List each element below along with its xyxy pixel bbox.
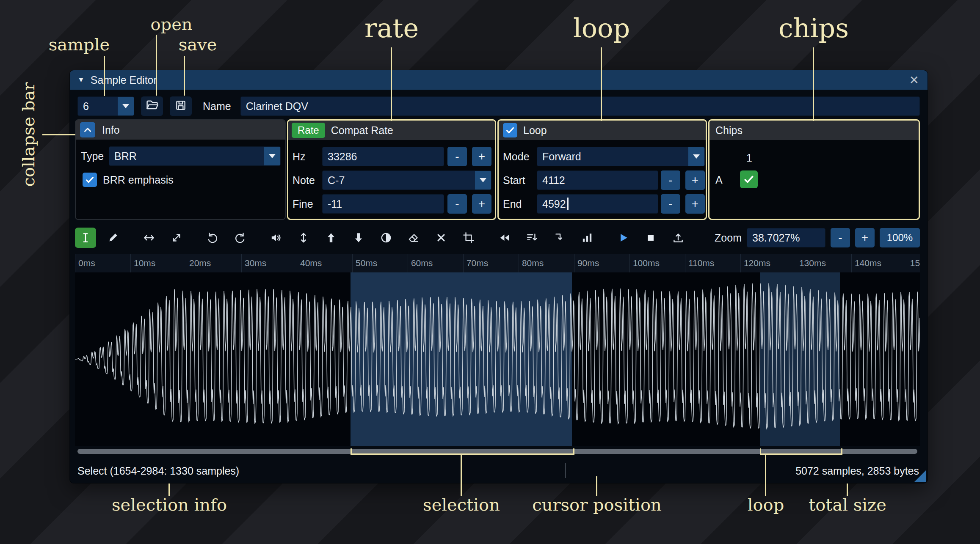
chevron-down-icon[interactable] — [475, 171, 491, 190]
ruler-label: 110ms — [685, 254, 714, 272]
chevron-down-icon[interactable] — [264, 147, 280, 165]
connector-cursor-position — [596, 476, 597, 496]
loop-start-input[interactable]: 4112 — [537, 170, 658, 190]
note-label: Note — [293, 174, 322, 187]
loop-panel-header: Loop — [499, 121, 706, 140]
name-value: Clarinet DQV — [241, 100, 919, 113]
info-panel-title: Info — [102, 124, 120, 136]
ruler-label: 20ms — [186, 254, 211, 272]
play-icon-button[interactable] — [613, 228, 634, 248]
loop-bracket — [760, 448, 842, 455]
ruler-label: 40ms — [297, 254, 322, 272]
chip-enable-checkbox[interactable] — [740, 170, 758, 188]
sample-editor-window: ▼ Sample Editor ✕ 6 Name Clarinet DQV — [70, 70, 928, 483]
loop-end-increment-button[interactable]: + — [685, 194, 705, 214]
name-input[interactable]: Clarinet DQV — [240, 96, 920, 116]
open-button[interactable] — [141, 96, 163, 116]
connector-open — [156, 35, 157, 96]
sort-descending-icon-button[interactable] — [522, 228, 543, 248]
window-collapse-icon[interactable]: ▼ — [77, 76, 85, 84]
note-value: C-7 — [323, 174, 475, 187]
arrow-up-icon-button[interactable] — [320, 228, 342, 248]
status-bar: Select (1654-2984: 1330 samples) 5072 sa… — [70, 459, 928, 483]
total-size-text: 5072 samples, 2853 bytes — [795, 465, 919, 477]
zoom-in-button[interactable]: + — [855, 228, 875, 247]
resize-diagonal-icon-button[interactable] — [166, 228, 187, 248]
hz-increment-button[interactable]: + — [472, 147, 491, 166]
loop-start-decrement-button[interactable]: - — [661, 170, 680, 190]
chart-icon-button[interactable] — [577, 228, 598, 248]
pencil-icon-button[interactable] — [102, 228, 124, 248]
close-icon[interactable]: ✕ — [909, 73, 919, 87]
chevron-down-icon[interactable] — [688, 147, 704, 166]
annotation-selection: selection — [423, 495, 500, 514]
fine-decrement-button[interactable]: - — [447, 194, 467, 214]
type-select[interactable]: BRR — [109, 146, 281, 166]
loop-mode-select[interactable]: Forward — [537, 147, 705, 166]
ruler-label: 10ms — [130, 254, 155, 272]
sample-number-select[interactable]: 6 — [77, 96, 134, 116]
save-button[interactable] — [170, 96, 192, 116]
resize-grip[interactable] — [914, 470, 926, 482]
fine-value: -11 — [323, 198, 444, 210]
amplify-vertical-icon — [297, 231, 310, 244]
fine-input[interactable]: -11 — [322, 194, 444, 214]
loop-start-label: Start — [503, 174, 537, 187]
brr-emphasis-checkbox[interactable] — [83, 173, 97, 187]
zoom-reset-button[interactable]: 100% — [880, 228, 920, 247]
hz-decrement-button[interactable]: - — [447, 147, 467, 166]
loop-end-input[interactable]: 4592 — [537, 194, 658, 214]
fine-increment-button[interactable]: + — [472, 194, 491, 214]
stop-icon-button[interactable] — [640, 228, 661, 248]
delete-x-icon-button[interactable] — [431, 228, 452, 248]
collapse-panel-button[interactable] — [80, 122, 95, 137]
mode-label: Mode — [503, 151, 537, 163]
chart-icon — [581, 231, 594, 244]
crop-icon-button[interactable] — [458, 228, 479, 248]
selection-info-text: Select (1654-2984: 1330 samples) — [77, 465, 239, 477]
upload-icon — [672, 231, 685, 244]
hz-input[interactable]: 33286 — [322, 147, 444, 166]
connector-total-size — [847, 484, 848, 496]
amplify-vertical-icon-button[interactable] — [293, 228, 314, 248]
volume-icon-button[interactable] — [265, 228, 287, 248]
chips-panel: Chips 1 A — [708, 119, 920, 220]
chip-row-label: A — [715, 174, 723, 186]
resize-horizontal-icon-button[interactable] — [138, 228, 160, 248]
upload-icon-button[interactable] — [668, 228, 689, 248]
loop-start-increment-button[interactable]: + — [685, 170, 705, 190]
waveform-path — [75, 283, 920, 429]
ruler-label: 90ms — [574, 254, 599, 272]
zoom-out-button[interactable]: - — [831, 228, 850, 247]
backward-icon — [498, 231, 511, 244]
connector-sample — [104, 56, 105, 96]
zoom-label: Zoom — [715, 232, 742, 244]
note-select[interactable]: C-7 — [322, 170, 491, 190]
info-panel-header: Info — [76, 120, 285, 140]
zoom-input[interactable]: 38.7027% — [747, 228, 825, 247]
loop-end-decrement-button[interactable]: - — [661, 194, 680, 214]
chevron-down-icon[interactable] — [118, 97, 134, 115]
invert-icon-button[interactable] — [375, 228, 397, 248]
eraser-icon-button[interactable] — [403, 228, 424, 248]
connector-selection — [461, 454, 462, 496]
undo-icon-button[interactable] — [202, 228, 223, 248]
waveform-display[interactable] — [75, 272, 920, 446]
titlebar[interactable]: ▼ Sample Editor ✕ — [70, 70, 928, 90]
redo-icon — [234, 231, 246, 244]
connector-collapse-bar — [42, 134, 75, 135]
loop-end-label: End — [503, 198, 537, 210]
pipe-down-icon — [553, 231, 566, 244]
chevron-up-icon — [82, 124, 93, 135]
arrow-up-icon — [325, 231, 337, 244]
pipe-down-icon-button[interactable] — [549, 228, 570, 248]
arrow-down-icon-button[interactable] — [348, 228, 369, 248]
check-icon — [84, 174, 95, 185]
loop-panel-title: Loop — [523, 124, 547, 137]
loop-checkbox[interactable] — [503, 123, 517, 137]
status-separator — [565, 463, 566, 478]
eraser-icon — [407, 231, 420, 244]
backward-icon-button[interactable] — [494, 228, 515, 248]
ibeam-icon-button[interactable] — [75, 228, 96, 248]
redo-icon-button[interactable] — [229, 228, 251, 248]
